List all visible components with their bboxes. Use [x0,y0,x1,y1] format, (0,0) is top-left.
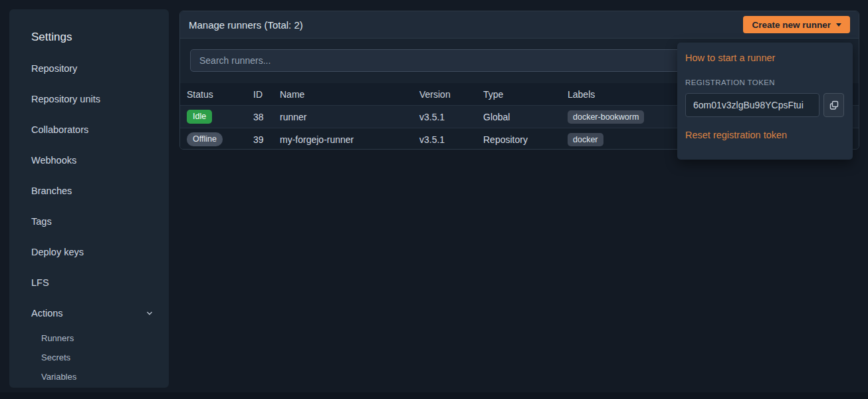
status-cell: Idle [180,110,253,124]
registration-token-input[interactable] [685,93,819,117]
create-new-runner-button[interactable]: Create new runner [743,16,850,33]
column-header-version: Version [419,89,483,100]
runner-label-badge: docker [568,133,603,146]
status-badge: Idle [187,110,212,124]
sidebar-item-tags[interactable]: Tags [9,206,169,237]
version-cell: v3.5.1 [419,134,483,145]
registration-token-label: REGISTRATION TOKEN [685,78,845,86]
name-cell: my-forgejo-runner [280,134,419,145]
column-header-name: Name [280,89,419,100]
page-bottom-edge [0,392,868,399]
sidebar-item-webhooks[interactable]: Webhooks [9,145,169,176]
column-header-status: Status [180,89,253,100]
reset-registration-token-link[interactable]: Reset registration token [685,130,787,140]
create-runner-dropdown-panel: How to start a runner REGISTRATION TOKEN… [677,43,853,160]
type-cell: Repository [483,134,568,145]
status-badge: Offline [187,132,223,146]
column-header-type: Type [483,89,568,100]
sidebar-item-lfs[interactable]: LFS [9,267,169,298]
sidebar-subitem-variables[interactable]: Variables [9,367,169,386]
version-cell: v3.5.1 [419,112,483,122]
how-to-start-runner-link[interactable]: How to start a runner [685,53,775,63]
sidebar-item-actions[interactable]: Actions [9,298,169,329]
id-cell: 39 [253,134,280,145]
caret-down-icon [836,23,841,27]
sidebar-subitem-runners[interactable]: Runners [9,329,169,348]
sidebar-item-collaborators[interactable]: Collaborators [9,114,169,145]
copy-token-button[interactable] [823,93,844,117]
settings-sidebar: Settings Repository Repository units Col… [9,9,169,388]
sidebar-title: Settings [9,28,169,47]
name-cell: runner [280,112,419,122]
sidebar-item-branches[interactable]: Branches [9,176,169,206]
sidebar-item-deploy-keys[interactable]: Deploy keys [9,237,169,267]
token-row [685,93,845,117]
sidebar-item-actions-label: Actions [31,308,63,319]
column-header-id: ID [253,89,280,100]
runner-label-badge: docker-bookworm [568,110,644,124]
page-title: Manage runners (Total: 2) [189,19,303,31]
id-cell: 38 [253,112,280,122]
sidebar-subitem-secrets[interactable]: Secrets [9,348,169,367]
type-cell: Global [483,112,568,122]
content-header: Manage runners (Total: 2) Create new run… [180,11,859,39]
status-cell: Offline [180,132,253,146]
chevron-down-icon [145,309,154,318]
copy-icon [829,100,839,110]
sidebar-item-repository[interactable]: Repository [9,53,169,84]
sidebar-item-repository-units[interactable]: Repository units [9,84,169,114]
sidebar-list: Repository Repository units Collaborator… [9,53,169,386]
create-new-runner-label: Create new runner [752,20,831,30]
